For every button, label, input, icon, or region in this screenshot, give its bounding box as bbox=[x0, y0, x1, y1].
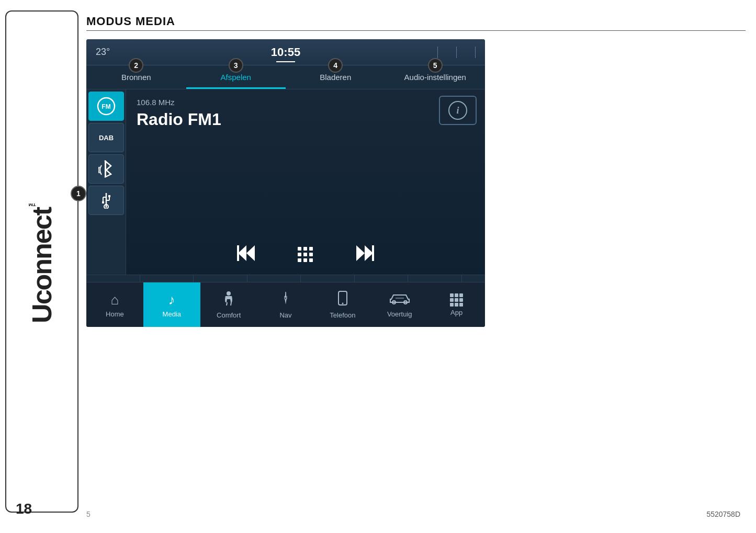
nav-media[interactable]: ♪ Media bbox=[143, 282, 200, 327]
nav-app[interactable]: App bbox=[428, 282, 485, 327]
annotation-bubble-1: 1 bbox=[71, 186, 86, 201]
dot bbox=[298, 247, 301, 251]
tab-afspelen[interactable]: Afspelen 3 bbox=[186, 65, 286, 89]
source-usb[interactable] bbox=[88, 186, 124, 215]
bubble-5: 5 bbox=[428, 58, 443, 73]
screen: 23° 10:55 Bronnen 2 Afspelen 3 Bladeren bbox=[86, 39, 485, 327]
house-icon: ⌂ bbox=[111, 292, 119, 308]
main-content: MODUS MEDIA 23° 10:55 Bronnen 2 Afspelen… bbox=[81, 0, 756, 533]
nav-comfort-label: Comfort bbox=[217, 311, 241, 319]
bubble-2: 2 bbox=[129, 58, 143, 73]
bottom-nav: ⌂ Home ♪ Media Comfort bbox=[86, 282, 485, 327]
svg-rect-16 bbox=[372, 245, 374, 261]
bubble-4: 4 bbox=[328, 58, 343, 73]
playback-controls bbox=[126, 238, 485, 271]
tab-audio-instellingen[interactable]: Audio-instellingen 5 bbox=[386, 65, 486, 89]
svg-text:N: N bbox=[284, 295, 288, 300]
svg-rect-2 bbox=[105, 161, 106, 177]
status-dividers bbox=[437, 47, 476, 58]
svg-rect-10 bbox=[108, 195, 110, 197]
station-frequency: 106.8 MHz bbox=[137, 98, 475, 107]
dot bbox=[298, 253, 301, 256]
divider-right bbox=[475, 47, 476, 58]
grid-button[interactable] bbox=[298, 247, 313, 263]
nav-home[interactable]: ⌂ Home bbox=[86, 282, 143, 327]
brand-name: Uconnect™ bbox=[26, 200, 58, 323]
info-icon: i bbox=[448, 101, 467, 120]
phone-icon bbox=[337, 291, 348, 309]
svg-marker-14 bbox=[365, 245, 373, 261]
music-icon: ♪ bbox=[168, 292, 175, 308]
svg-marker-15 bbox=[356, 245, 365, 261]
tab-bladeren[interactable]: Bladeren 4 bbox=[286, 65, 386, 89]
nav-home-label: Home bbox=[106, 310, 124, 318]
page-title: MODUS MEDIA bbox=[86, 15, 175, 28]
dot bbox=[309, 258, 313, 262]
nav-nav-label: Nav bbox=[279, 311, 291, 319]
ref-number: 5520758D bbox=[706, 510, 740, 518]
seat-icon bbox=[221, 291, 236, 309]
skip-forward-button[interactable] bbox=[355, 244, 374, 266]
dot bbox=[309, 253, 313, 256]
svg-marker-11 bbox=[238, 245, 246, 261]
svg-point-23 bbox=[342, 302, 343, 304]
usb-icon bbox=[99, 192, 114, 209]
clock: 10:55 bbox=[271, 46, 300, 59]
nav-comfort[interactable]: Comfort bbox=[200, 282, 257, 327]
station-name: Radio FM1 bbox=[137, 110, 475, 129]
dot bbox=[303, 247, 307, 251]
nav-voertuig[interactable]: Voertuig bbox=[371, 282, 428, 327]
source-panel: FM DAB bbox=[86, 89, 126, 275]
nav-app-label: App bbox=[450, 309, 462, 316]
bluetooth-icon bbox=[98, 160, 114, 178]
divider-1 bbox=[437, 47, 438, 58]
nav-tabs: Bronnen 2 Afspelen 3 Bladeren 4 Audio-in… bbox=[86, 65, 485, 89]
status-bar: 23° 10:55 bbox=[86, 39, 485, 65]
nav-telefoon[interactable]: Telefoon bbox=[314, 282, 371, 327]
nav-media-label: Media bbox=[163, 310, 181, 318]
compass-icon: N bbox=[278, 291, 293, 309]
divider-2 bbox=[456, 47, 457, 58]
nav-nav[interactable]: N Nav bbox=[257, 282, 314, 327]
dot bbox=[303, 258, 307, 262]
svg-rect-9 bbox=[102, 201, 104, 203]
page-number: 18 bbox=[16, 501, 32, 517]
nav-telefoon-label: Telefoon bbox=[330, 311, 355, 319]
bubble-3: 3 bbox=[229, 58, 243, 73]
temperature: 23° bbox=[96, 47, 110, 58]
dot bbox=[309, 247, 313, 251]
tab-bronnen[interactable]: Bronnen 2 bbox=[86, 65, 186, 89]
source-fm[interactable]: FM bbox=[88, 92, 124, 121]
svg-point-17 bbox=[227, 291, 231, 296]
svg-marker-12 bbox=[246, 245, 255, 261]
source-bluetooth[interactable] bbox=[88, 154, 124, 184]
info-button[interactable]: i bbox=[439, 96, 477, 125]
skip-back-button[interactable] bbox=[237, 244, 256, 266]
step-number: 5 bbox=[86, 510, 91, 518]
dab-label: DAB bbox=[99, 134, 114, 142]
dot bbox=[298, 258, 301, 262]
app-grid-icon bbox=[450, 293, 463, 307]
sidebar: Uconnect™ bbox=[5, 10, 78, 513]
svg-rect-13 bbox=[237, 245, 239, 261]
svg-text:FM: FM bbox=[101, 103, 110, 110]
source-dab[interactable]: DAB bbox=[88, 123, 124, 152]
fm-icon: FM bbox=[96, 96, 117, 117]
dot bbox=[303, 253, 307, 256]
car-icon bbox=[389, 292, 410, 308]
nav-voertuig-label: Voertuig bbox=[387, 310, 412, 318]
time-underline bbox=[276, 61, 295, 62]
title-divider bbox=[86, 30, 746, 31]
